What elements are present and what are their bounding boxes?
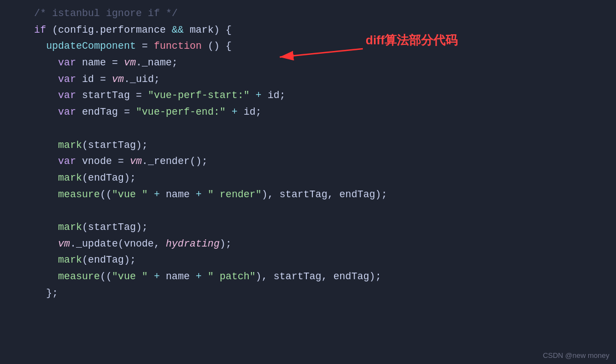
code-line-17: }; (22, 285, 599, 302)
code-line-9: var vnode = vm._render(); (22, 153, 599, 170)
watermark: CSDN @new money (543, 351, 609, 360)
code-line-1: if (config.performance && mark) { (22, 22, 599, 39)
code-line-13: mark(startTag); (22, 219, 599, 236)
code-line-8: mark(startTag); (22, 137, 599, 154)
blank-line-1 (22, 121, 599, 137)
code-line-14: vm._update(vnode, hydrating); (22, 236, 599, 253)
comment-line: /* istanbul ignore if */ (22, 6, 599, 22)
blank-line-2 (22, 203, 599, 219)
code-line-16: measure(("vue " + name + " patch"), star… (22, 269, 599, 285)
code-line-2: updateComponent = function () { (22, 38, 599, 55)
code-line-15: mark(endTag); (22, 252, 599, 269)
code-line-3: var name = vm._name; (22, 55, 599, 71)
code-line-4: var id = vm._uid; (22, 71, 599, 88)
code-line-6: var endTag = "vue-perf-end:" + id; (22, 104, 599, 121)
code-line-10: mark(endTag); (22, 170, 599, 187)
code-line-11: measure(("vue " + name + " render"), sta… (22, 187, 599, 203)
code-line-5: var startTag = "vue-perf-start:" + id; (22, 88, 599, 104)
code-block: /* istanbul ignore if */ if (config.perf… (0, 0, 616, 307)
